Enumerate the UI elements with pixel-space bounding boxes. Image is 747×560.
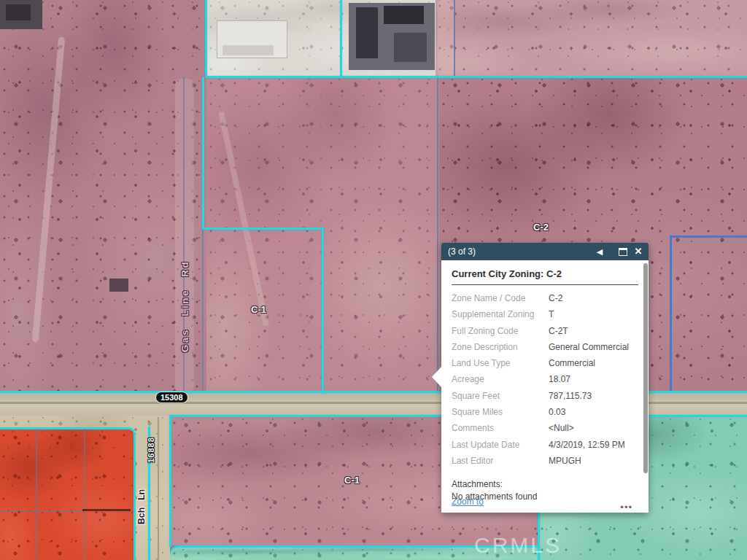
more-options-icon[interactable]: ••• (620, 502, 632, 513)
field-label: Comments (452, 420, 549, 436)
industrial-plant (356, 7, 378, 58)
table-row: Comments<Null> (452, 420, 638, 436)
field-label: Full Zoning Code (452, 323, 549, 339)
zoning-info-popup: (3 of 3) ◀ ✕ Current City Zoning: C-2 Zo… (441, 243, 649, 513)
field-value: T (549, 306, 638, 322)
field-value: 0.03 (549, 404, 638, 420)
building (6, 4, 31, 20)
zoom-to-link[interactable]: Zoom to (452, 497, 484, 507)
field-label: Zone Name / Code (452, 290, 549, 306)
field-value: <Null> (549, 420, 638, 436)
field-value: 787,115.73 (549, 388, 638, 404)
parcel-line (202, 229, 204, 392)
zone-boundary (205, 0, 207, 77)
zone-label-c2: C-2 (533, 222, 549, 233)
popup-title: Current City Zoning: C-2 (452, 268, 638, 279)
popup-scrollbar[interactable] (643, 263, 648, 473)
selected-parcel-boundary (202, 228, 324, 230)
parcel-line (454, 0, 455, 77)
address-label-15308: 15308 (156, 392, 187, 402)
road-centerline (158, 417, 159, 560)
field-value: General Commercial (549, 339, 638, 355)
field-label: Supplemental Zoning (452, 306, 549, 322)
table-row: Full Zoning CodeC-2T (452, 323, 638, 339)
zone-mauve-top-right[interactable] (436, 0, 747, 77)
field-value: Commercial (549, 355, 638, 371)
table-row: Last Update Date4/3/2019, 12:59 PM (452, 437, 638, 453)
selected-parcel-boundary (322, 228, 324, 393)
popup-body: Current City Zoning: C-2 Zone Name / Cod… (441, 260, 649, 513)
crmls-watermark: CRMLS (474, 533, 562, 558)
zone-boundary (340, 0, 342, 76)
table-row: Zone Name / CodeC-2 (452, 290, 638, 306)
parcel-line-blue (670, 236, 747, 238)
industrial-plant (384, 6, 424, 24)
field-value: 4/3/2019, 12:59 PM (549, 437, 638, 453)
field-label: Last Update Date (452, 437, 549, 453)
field-label: Square Feet (452, 388, 549, 404)
industrial-plant (394, 33, 427, 62)
building (222, 45, 274, 55)
zone-boundary (169, 415, 171, 547)
field-label: Last Editor (452, 453, 549, 469)
field-label: Square Miles (452, 404, 549, 420)
zone-red-bottom-left[interactable] (0, 427, 136, 560)
popup-header[interactable]: (3 of 3) ◀ ✕ (441, 243, 649, 260)
field-label: Zone Description (452, 339, 549, 355)
building (109, 279, 128, 292)
field-label: Acreage (452, 371, 549, 387)
parcel-line (36, 429, 37, 560)
table-row: Zone DescriptionGeneral Commercial (452, 339, 638, 355)
attachments-heading: Attachments: (452, 478, 638, 490)
popup-pager: (3 of 3) (448, 243, 476, 260)
zone-label-c1-bottom: C-1 (344, 475, 360, 486)
table-row: Square Miles0.03 (452, 404, 638, 420)
zone-boundary (205, 76, 747, 78)
selected-parcel-boundary (202, 77, 204, 229)
field-label: Land Use Type (452, 355, 549, 371)
field-value: C-2T (549, 323, 638, 339)
title-divider (452, 284, 638, 285)
table-row: Last EditorMPUGH (452, 453, 638, 469)
maximize-icon[interactable] (616, 243, 630, 260)
field-value: C-2 (549, 290, 638, 306)
table-row: Square Feet787,115.73 (452, 388, 638, 404)
zone-label-c1-mid: C-1 (251, 304, 266, 315)
road-label-gas-line-rd: Gas Line Rd (179, 260, 190, 352)
map-canvas[interactable]: C-2 C-1 C-1 Gas Line Rd 16888 Bch Ln 153… (0, 0, 747, 560)
maximize-icon-glyph (619, 248, 627, 256)
table-row: Land Use TypeCommercial (452, 355, 638, 371)
table-row: Supplemental ZoningT (452, 306, 638, 322)
parcel-line-blue (670, 236, 672, 392)
close-icon[interactable]: ✕ (632, 243, 645, 260)
field-value: MPUGH (549, 453, 638, 469)
popup-anchor-pointer (432, 367, 441, 387)
parcel-line-dark (82, 509, 131, 511)
parcel-line (84, 429, 85, 560)
table-row: Acreage18.07 (452, 371, 638, 387)
road-label-bch-ln: Bch Ln (136, 489, 147, 524)
attribute-table: Zone Name / CodeC-2 Supplemental ZoningT… (452, 290, 638, 469)
road-corridor-top (438, 0, 454, 77)
parcel-line (437, 77, 438, 392)
popup-footer: Zoom to (452, 496, 638, 508)
field-value: 18.07 (549, 371, 638, 387)
previous-feature-icon[interactable]: ◀ (593, 243, 606, 260)
address-label-16888: 16888 (147, 437, 155, 463)
